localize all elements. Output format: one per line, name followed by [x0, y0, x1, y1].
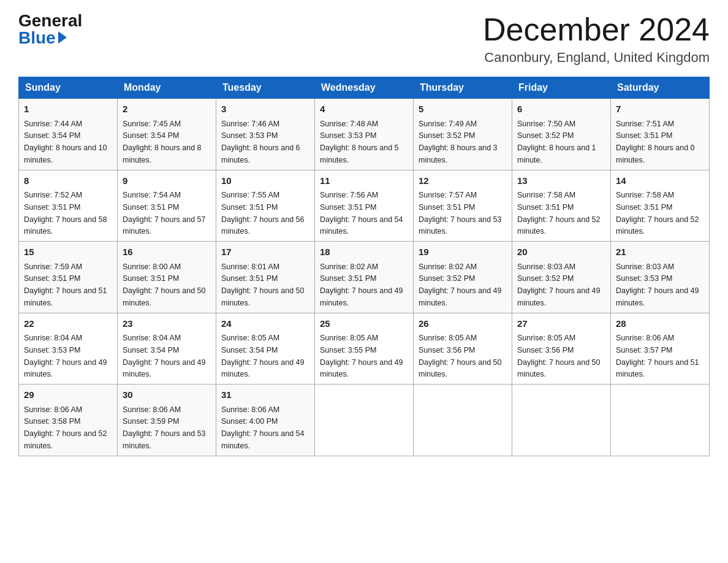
day-info: Sunrise: 8:04 AMSunset: 3:53 PMDaylight:… [24, 334, 107, 378]
day-info: Sunrise: 7:58 AMSunset: 3:51 PMDaylight:… [517, 191, 601, 236]
header-cell-saturday: Saturday [611, 77, 710, 99]
day-info: Sunrise: 8:05 AMSunset: 3:55 PMDaylight:… [320, 334, 403, 378]
logo-blue-text: Blue [18, 29, 67, 47]
day-info: Sunrise: 8:04 AMSunset: 3:54 PMDaylight:… [123, 334, 206, 378]
day-number: 18 [320, 245, 408, 259]
day-number: 7 [616, 102, 704, 117]
day-info: Sunrise: 7:52 AMSunset: 3:51 PMDaylight:… [24, 191, 107, 236]
day-info: Sunrise: 8:00 AMSunset: 3:51 PMDaylight:… [123, 262, 206, 307]
day-cell-6: 6Sunrise: 7:50 AMSunset: 3:52 PMDaylight… [512, 99, 611, 170]
day-info: Sunrise: 7:58 AMSunset: 3:51 PMDaylight:… [616, 191, 699, 236]
day-info: Sunrise: 8:06 AMSunset: 3:57 PMDaylight:… [616, 334, 699, 378]
header-cell-tuesday: Tuesday [216, 77, 315, 99]
header-cell-sunday: Sunday [19, 77, 118, 99]
day-info: Sunrise: 7:48 AMSunset: 3:53 PMDaylight:… [320, 120, 399, 164]
day-number: 21 [616, 245, 704, 259]
empty-cell [315, 385, 414, 456]
day-cell-11: 11Sunrise: 7:56 AMSunset: 3:51 PMDayligh… [315, 170, 414, 242]
day-number: 6 [517, 102, 605, 117]
day-number: 31 [221, 388, 309, 402]
day-cell-31: 31Sunrise: 8:06 AMSunset: 4:00 PMDayligh… [216, 385, 315, 456]
logo-general-text: General [18, 12, 82, 29]
day-number: 26 [419, 317, 507, 331]
day-cell-26: 26Sunrise: 8:05 AMSunset: 3:56 PMDayligh… [414, 313, 512, 385]
day-cell-14: 14Sunrise: 7:58 AMSunset: 3:51 PMDayligh… [611, 170, 710, 242]
day-cell-4: 4Sunrise: 7:48 AMSunset: 3:53 PMDaylight… [315, 99, 414, 170]
day-number: 25 [320, 317, 408, 331]
header-cell-thursday: Thursday [414, 77, 512, 99]
day-cell-15: 15Sunrise: 7:59 AMSunset: 3:51 PMDayligh… [19, 242, 118, 313]
day-cell-29: 29Sunrise: 8:06 AMSunset: 3:58 PMDayligh… [19, 385, 118, 456]
day-number: 16 [123, 245, 211, 259]
day-cell-13: 13Sunrise: 7:58 AMSunset: 3:51 PMDayligh… [512, 170, 611, 242]
day-info: Sunrise: 8:05 AMSunset: 3:54 PMDaylight:… [221, 334, 305, 378]
day-cell-7: 7Sunrise: 7:51 AMSunset: 3:51 PMDaylight… [611, 99, 710, 170]
day-info: Sunrise: 8:06 AMSunset: 3:58 PMDaylight:… [24, 405, 107, 450]
day-info: Sunrise: 8:05 AMSunset: 3:56 PMDaylight:… [419, 334, 502, 378]
day-number: 22 [24, 317, 112, 331]
day-cell-27: 27Sunrise: 8:05 AMSunset: 3:56 PMDayligh… [512, 313, 611, 385]
day-cell-8: 8Sunrise: 7:52 AMSunset: 3:51 PMDaylight… [19, 170, 118, 242]
day-cell-24: 24Sunrise: 8:05 AMSunset: 3:54 PMDayligh… [216, 313, 315, 385]
empty-cell [414, 385, 512, 456]
day-info: Sunrise: 7:56 AMSunset: 3:51 PMDaylight:… [320, 191, 403, 236]
day-info: Sunrise: 8:03 AMSunset: 3:52 PMDaylight:… [517, 262, 601, 307]
day-info: Sunrise: 8:03 AMSunset: 3:53 PMDaylight:… [616, 262, 699, 307]
day-cell-12: 12Sunrise: 7:57 AMSunset: 3:51 PMDayligh… [414, 170, 512, 242]
header-cell-friday: Friday [512, 77, 611, 99]
day-cell-10: 10Sunrise: 7:55 AMSunset: 3:51 PMDayligh… [216, 170, 315, 242]
day-cell-25: 25Sunrise: 8:05 AMSunset: 3:55 PMDayligh… [315, 313, 414, 385]
day-info: Sunrise: 7:45 AMSunset: 3:54 PMDaylight:… [123, 120, 202, 164]
day-info: Sunrise: 7:46 AMSunset: 3:53 PMDaylight:… [221, 120, 300, 164]
page-header: General Blue December 2024 Canonbury, En… [18, 12, 710, 66]
day-number: 15 [24, 245, 112, 259]
day-number: 5 [419, 102, 507, 117]
day-info: Sunrise: 8:05 AMSunset: 3:56 PMDaylight:… [517, 334, 601, 378]
day-number: 4 [320, 102, 408, 117]
day-cell-28: 28Sunrise: 8:06 AMSunset: 3:57 PMDayligh… [611, 313, 710, 385]
day-cell-19: 19Sunrise: 8:02 AMSunset: 3:52 PMDayligh… [414, 242, 512, 313]
location-subtitle: Canonbury, England, United Kingdom [483, 50, 710, 66]
day-number: 19 [419, 245, 507, 259]
day-number: 8 [24, 174, 112, 188]
day-info: Sunrise: 8:01 AMSunset: 3:51 PMDaylight:… [221, 262, 305, 307]
day-info: Sunrise: 7:54 AMSunset: 3:51 PMDaylight:… [123, 191, 206, 236]
day-info: Sunrise: 7:49 AMSunset: 3:52 PMDaylight:… [419, 120, 498, 164]
day-cell-3: 3Sunrise: 7:46 AMSunset: 3:53 PMDaylight… [216, 99, 315, 170]
day-cell-18: 18Sunrise: 8:02 AMSunset: 3:51 PMDayligh… [315, 242, 414, 313]
day-info: Sunrise: 7:44 AMSunset: 3:54 PMDaylight:… [24, 120, 107, 164]
day-cell-22: 22Sunrise: 8:04 AMSunset: 3:53 PMDayligh… [19, 313, 118, 385]
day-number: 29 [24, 388, 112, 402]
week-row-4: 22Sunrise: 8:04 AMSunset: 3:53 PMDayligh… [19, 313, 710, 385]
day-number: 17 [221, 245, 309, 259]
day-cell-1: 1Sunrise: 7:44 AMSunset: 3:54 PMDaylight… [19, 99, 118, 170]
day-number: 3 [221, 102, 309, 117]
day-info: Sunrise: 8:06 AMSunset: 3:59 PMDaylight:… [123, 405, 206, 450]
day-number: 12 [419, 174, 507, 188]
header-cell-monday: Monday [118, 77, 216, 99]
day-number: 10 [221, 174, 309, 188]
day-info: Sunrise: 7:59 AMSunset: 3:51 PMDaylight:… [24, 262, 107, 307]
day-number: 14 [616, 174, 704, 188]
day-number: 11 [320, 174, 408, 188]
day-number: 23 [123, 317, 211, 331]
day-cell-2: 2Sunrise: 7:45 AMSunset: 3:54 PMDaylight… [118, 99, 216, 170]
day-info: Sunrise: 8:02 AMSunset: 3:51 PMDaylight:… [320, 262, 403, 307]
day-cell-20: 20Sunrise: 8:03 AMSunset: 3:52 PMDayligh… [512, 242, 611, 313]
day-number: 13 [517, 174, 605, 188]
day-number: 2 [123, 102, 211, 117]
title-block: December 2024 Canonbury, England, United… [483, 12, 710, 66]
day-number: 28 [616, 317, 704, 331]
day-number: 1 [24, 102, 112, 117]
day-number: 24 [221, 317, 309, 331]
empty-cell [512, 385, 611, 456]
day-cell-5: 5Sunrise: 7:49 AMSunset: 3:52 PMDaylight… [414, 99, 512, 170]
week-row-2: 8Sunrise: 7:52 AMSunset: 3:51 PMDaylight… [19, 170, 710, 242]
logo-triangle-icon [58, 31, 67, 44]
calendar-table: SundayMondayTuesdayWednesdayThursdayFrid… [18, 77, 710, 456]
day-cell-9: 9Sunrise: 7:54 AMSunset: 3:51 PMDaylight… [118, 170, 216, 242]
day-info: Sunrise: 8:02 AMSunset: 3:52 PMDaylight:… [419, 262, 502, 307]
day-info: Sunrise: 8:06 AMSunset: 4:00 PMDaylight:… [221, 405, 305, 450]
day-number: 20 [517, 245, 605, 259]
day-info: Sunrise: 7:50 AMSunset: 3:52 PMDaylight:… [517, 120, 596, 164]
